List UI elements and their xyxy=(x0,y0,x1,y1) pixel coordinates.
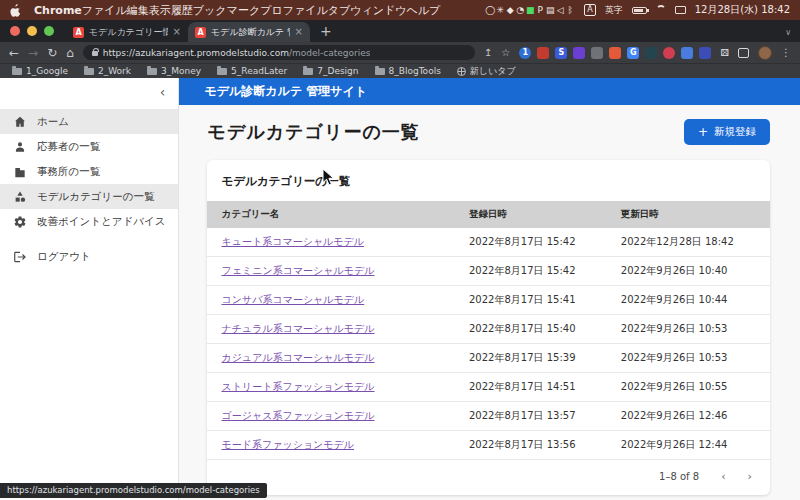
menubar-item[interactable]: 表示 xyxy=(149,4,171,17)
wifi-icon[interactable] xyxy=(656,5,666,15)
bookmark-folder[interactable]: 1_Google xyxy=(12,66,68,76)
tab-title: モデル診断カルテ 管理サイト xyxy=(211,26,290,39)
status-icon[interactable]: P xyxy=(535,4,545,16)
sidebar: ‹ ホーム 応募者の一覧 事務所の一覧 モデルカテゴリーの一覧 改善ポイントとア… xyxy=(0,78,179,500)
previous-page-icon[interactable]: ‹ xyxy=(721,470,725,483)
status-icon[interactable]: ▤ xyxy=(545,4,555,16)
table-row: ストリート系ファッションモデル 2022年8月17日 14:51 2022年9月… xyxy=(207,373,770,402)
sidebar-item-label: 改善ポイントとアドバイス xyxy=(37,215,165,229)
bookmark-folder[interactable]: 3_Money xyxy=(147,66,201,76)
bookmark-new-tab[interactable]: 新しいタブ xyxy=(457,65,516,78)
menubar-item[interactable]: ウィンドウ xyxy=(350,4,406,17)
new-tab-button[interactable]: + xyxy=(320,24,332,38)
bookmark-star-icon[interactable]: ☆ xyxy=(501,47,510,58)
category-link[interactable]: キュート系コマーシャルモデル xyxy=(221,236,364,247)
bookmark-folder[interactable]: 7_Design xyxy=(303,66,358,76)
category-link[interactable]: フェミニン系コマーシャルモデル xyxy=(221,265,374,276)
forward-button[interactable]: → xyxy=(28,47,38,59)
home-button[interactable]: ⌂ xyxy=(66,47,74,59)
category-link[interactable]: モード系ファッションモデル xyxy=(221,439,354,450)
tab-close-icon[interactable]: × xyxy=(173,27,181,37)
pagination: 1–8 of 8 ‹ › xyxy=(207,460,770,495)
status-icon[interactable]: ◯ xyxy=(485,4,495,16)
profile-avatar[interactable] xyxy=(758,46,772,60)
sidebar-item-logout[interactable]: ログアウト xyxy=(0,244,178,269)
category-link[interactable]: ストリート系ファッションモデル xyxy=(221,381,374,392)
extension-icon[interactable] xyxy=(537,47,549,59)
sidebar-item-offices[interactable]: 事務所の一覧 xyxy=(0,159,178,184)
menubar-item[interactable]: ヘルプ xyxy=(407,4,441,17)
battery-icon[interactable] xyxy=(632,7,647,14)
menubar-item[interactable]: 編集 xyxy=(127,4,149,17)
folder-icon xyxy=(375,68,385,75)
logout-icon xyxy=(13,250,27,264)
bookmark-folder[interactable]: 5_ReadLater xyxy=(217,66,287,76)
chrome-toolbar: ← → ↻ ⌂ https://azukariagent.promodelstu… xyxy=(0,42,800,63)
extension-icon[interactable] xyxy=(663,47,675,59)
bookmark-folder[interactable]: 8_BlogTools xyxy=(375,66,441,76)
chrome-menu-icon[interactable]: ⋮ xyxy=(781,47,791,58)
table-row: コンサバ系コマーシャルモデル 2022年8月17日 15:41 2022年9月2… xyxy=(207,286,770,315)
menubar-item[interactable]: ブックマーク xyxy=(193,4,260,17)
menubar-item[interactable]: 履歴 xyxy=(171,4,193,17)
apple-menu-icon[interactable] xyxy=(10,4,21,17)
status-icon[interactable]: ◆ xyxy=(505,4,515,16)
input-source-icon[interactable]: A xyxy=(584,4,595,16)
minimize-window-button[interactable] xyxy=(27,26,37,36)
status-icon[interactable]: ᛒ xyxy=(565,4,575,16)
bookmark-folder[interactable]: 2_Work xyxy=(84,66,131,76)
category-link[interactable]: カジュアル系コマーシャルモデル xyxy=(221,352,374,363)
status-icon[interactable]: ◁ xyxy=(555,4,565,16)
extension-icon[interactable] xyxy=(591,47,603,59)
reload-button[interactable]: ↻ xyxy=(47,47,57,59)
share-icon[interactable]: ↥ xyxy=(484,47,492,58)
sidebar-item-model-categories[interactable]: モデルカテゴリーの一覧 xyxy=(0,184,178,209)
status-icon[interactable]: ■ xyxy=(525,4,535,16)
new-registration-button[interactable]: + 新規登録 xyxy=(684,119,770,145)
tab-close-icon[interactable]: × xyxy=(295,27,303,37)
table-row: ゴージャス系ファッションモデル 2022年8月17日 13:57 2022年9月… xyxy=(207,402,770,431)
back-button[interactable]: ← xyxy=(9,47,19,59)
tab-favicon: A xyxy=(73,27,84,38)
tab-admin-site-active[interactable]: A モデル診断カルテ 管理サイト × xyxy=(188,22,310,42)
sidebar-collapse-button[interactable]: ‹ xyxy=(160,85,166,99)
extension-icon[interactable]: S xyxy=(555,47,567,59)
address-bar[interactable]: https://azukariagent.promodelstudio.com/… xyxy=(83,45,475,60)
status-icon[interactable]: ✳ xyxy=(495,4,505,16)
menubar-clock[interactable]: 12月28日(水) 18:42 xyxy=(695,3,790,17)
updated-cell: 2022年9月26日 10:55 xyxy=(607,373,770,402)
menubar-status-area: ◯✳◆◔■P▤◁ᛒ A 英字 12月28日(水) 18:42 xyxy=(485,3,790,17)
category-link[interactable]: ナチュラル系コマーシャルモデル xyxy=(221,323,374,334)
tab-model-category-info[interactable]: A モデルカテゴリー情報 | AZUKA × xyxy=(66,22,188,42)
sidebar-item-advice[interactable]: 改善ポイントとアドバイス xyxy=(0,209,178,234)
extension-icon[interactable] xyxy=(609,47,621,59)
next-page-icon[interactable]: › xyxy=(748,470,752,483)
side-panel-icon[interactable] xyxy=(738,48,749,58)
registered-cell: 2022年8月17日 14:51 xyxy=(455,373,607,402)
zoom-window-button[interactable] xyxy=(44,26,54,36)
sidebar-item-label: モデルカテゴリーの一覧 xyxy=(37,190,154,204)
status-icon[interactable]: ◔ xyxy=(515,4,525,16)
chrome-tabstrip: A モデルカテゴリー情報 | AZUKA × A モデル診断カルテ 管理サイト … xyxy=(0,20,800,42)
extension-icon[interactable] xyxy=(573,47,585,59)
input-source-label: 英字 xyxy=(605,4,623,17)
sidebar-item-home[interactable]: ホーム xyxy=(0,109,178,134)
extension-icon[interactable]: G xyxy=(627,47,639,59)
extension-icon[interactable] xyxy=(681,47,693,59)
menubar-item[interactable]: ファイル xyxy=(82,4,127,17)
menubar-item[interactable]: Chrome xyxy=(34,4,82,17)
extension-icon[interactable] xyxy=(645,47,657,59)
menubar-item[interactable]: タブ xyxy=(328,4,351,17)
category-link[interactable]: ゴージャス系ファッションモデル xyxy=(221,410,374,421)
menubar-item[interactable]: プロファイル xyxy=(260,4,328,17)
bookmark-label: 1_Google xyxy=(26,66,68,76)
extensions-puzzle-icon[interactable]: ⚄ xyxy=(720,47,729,58)
category-link[interactable]: コンサバ系コマーシャルモデル xyxy=(221,294,364,305)
extension-icon[interactable] xyxy=(699,47,711,59)
extension-icon[interactable]: 1 xyxy=(519,47,531,59)
close-window-button[interactable] xyxy=(10,26,20,36)
tab-search-chevron-icon[interactable]: ∨ xyxy=(785,28,791,37)
category-list-card: モデルカテゴリーの一覧 カテゴリー名 登録日時 更新日時 キュート系コマーシャル… xyxy=(207,160,770,495)
sidebar-item-applicants[interactable]: 応募者の一覧 xyxy=(0,134,178,159)
display-icon[interactable] xyxy=(675,6,686,14)
